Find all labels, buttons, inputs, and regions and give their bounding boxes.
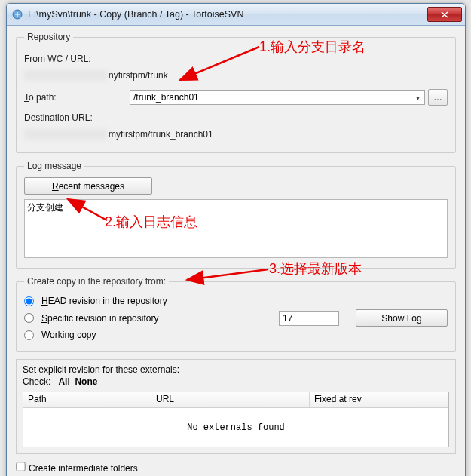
window-title: F:\mySvn\trunk - Copy (Branch / Tag) - T… — [28, 9, 427, 20]
radio-head-revision-label[interactable]: HEAD revision in the repository — [41, 296, 167, 306]
listview-empty-text: No externals found — [23, 408, 448, 447]
from-url-obscured: xxxxxxxxx — [24, 70, 107, 81]
col-header-url[interactable]: URL — [151, 392, 310, 407]
titlebar[interactable]: F:\mySvn\trunk - Copy (Branch / Tag) - T… — [7, 4, 465, 26]
log-message-group: Log message Recent messages 分支创建 — [16, 161, 456, 269]
create-copy-legend: Create copy in the repository from: — [24, 276, 169, 287]
destination-url-label: Destination URL: — [24, 112, 93, 123]
from-wc-url-label: From WC / URL: — [24, 54, 130, 64]
browse-button[interactable]: … — [428, 89, 448, 106]
radio-specific-revision[interactable] — [24, 313, 34, 323]
log-message-textarea[interactable]: 分支创建 — [24, 199, 448, 258]
radio-working-copy[interactable] — [24, 330, 34, 340]
recent-messages-button[interactable]: Recent messages — [24, 177, 152, 195]
col-header-path[interactable]: Path — [23, 392, 151, 407]
client-area: Repository From WC / URL: xxxxxxxxx nyfi… — [7, 26, 465, 476]
repository-legend: Repository — [24, 32, 73, 42]
to-path-dropdown-arrow[interactable]: ▾ — [412, 91, 424, 103]
create-intermediate-checkbox[interactable] — [16, 462, 25, 471]
close-button[interactable] — [427, 7, 462, 22]
dialog-window: F:\mySvn\trunk - Copy (Branch / Tag) - T… — [6, 3, 466, 476]
externals-check-all[interactable]: All — [58, 376, 69, 387]
listview-header: Path URL Fixed at rev — [23, 392, 448, 408]
to-path-input[interactable] — [130, 90, 425, 105]
externals-title: Set explicit revision for these external… — [23, 364, 449, 375]
from-url-value: nyfirstpm/trunk — [109, 70, 168, 81]
create-copy-group: Create copy in the repository from: HEAD… — [16, 276, 456, 352]
show-log-button[interactable]: Show Log — [356, 309, 448, 327]
externals-check-none[interactable]: None — [75, 376, 97, 387]
app-icon — [11, 8, 23, 20]
externals-group: Set explicit revision for these external… — [16, 359, 456, 454]
destination-url-value: myfirstpm/trunk_branch01 — [109, 129, 213, 140]
radio-specific-revision-label[interactable]: Specific revision in repository — [41, 313, 207, 324]
log-message-legend: Log message — [24, 161, 84, 171]
specific-revision-input[interactable] — [279, 311, 339, 326]
to-path-label: To path: — [24, 92, 130, 103]
radio-working-copy-label[interactable]: Working copy — [41, 330, 96, 340]
col-header-fixed[interactable]: Fixed at rev — [310, 392, 448, 407]
externals-listview[interactable]: Path URL Fixed at rev No externals found — [23, 392, 449, 447]
create-intermediate-checkbox-label[interactable]: Create intermediate folders — [16, 462, 138, 474]
radio-head-revision[interactable] — [24, 296, 34, 306]
dest-url-obscured: xxxxxxxxx — [24, 129, 107, 140]
externals-check-row: Check: All None — [23, 376, 449, 387]
repository-group: Repository From WC / URL: xxxxxxxxx nyfi… — [16, 32, 456, 153]
externals-check-label: Check: — [23, 376, 50, 387]
